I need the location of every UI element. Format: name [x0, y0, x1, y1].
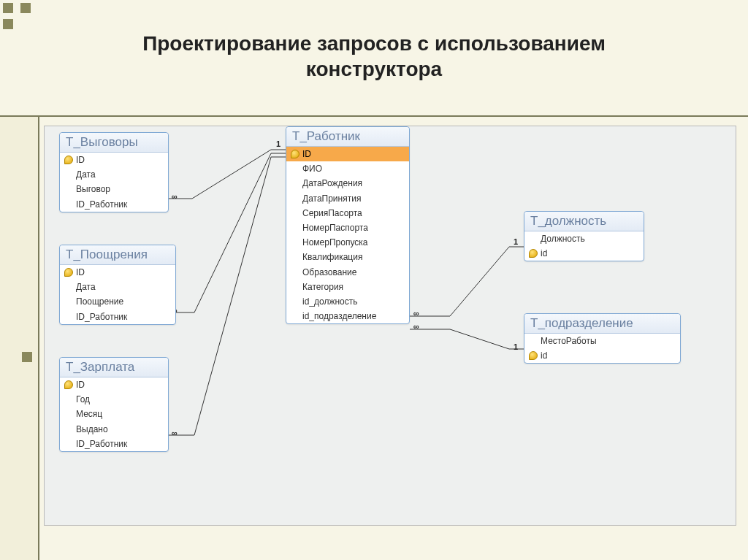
table-title-zarplata: Т_Зарплата	[60, 358, 168, 377]
table-title-pooshreniya: Т_Поощрения	[60, 245, 175, 265]
side-square	[22, 352, 32, 362]
table-row[interactable]: Квалификация	[286, 250, 409, 264]
corner-square-2	[20, 3, 31, 13]
table-vygovory[interactable]: Т_Выговоры ID Дата Выговор ID_Работник	[59, 132, 169, 212]
table-row[interactable]: НомерПропуска	[286, 235, 409, 250]
table-row[interactable]: НомерПаспорта	[286, 220, 409, 235]
table-row[interactable]: ID_Работник	[60, 310, 175, 324]
table-row[interactable]: ФИО	[286, 161, 409, 176]
table-pooshreniya[interactable]: Т_Поощрения ID Дата Поощрение ID_Работни…	[59, 245, 176, 325]
table-row[interactable]: Год	[60, 392, 168, 407]
title-line-2: конструктора	[306, 58, 442, 80]
title-line-1: Проектирование запросов с использованием	[142, 32, 606, 55]
cardinality-many-1: ∞	[172, 192, 178, 201]
query-designer-canvas[interactable]: ∞ ∞ ∞ 1 ∞ ∞ 1 1 Т_Выговоры ID Дата Выгов…	[44, 126, 736, 526]
corner-square-3	[3, 19, 13, 29]
table-row[interactable]: Выговор	[60, 182, 168, 196]
table-row[interactable]: id_должность	[286, 294, 409, 309]
table-podrazdelenie[interactable]: Т_подразделение МестоРаботы id	[524, 313, 681, 364]
table-row[interactable]: ID_Работник	[60, 197, 168, 212]
slide-left-rule	[0, 117, 39, 560]
table-row[interactable]: МестоРаботы	[524, 334, 680, 348]
corner-square-1	[3, 3, 13, 13]
table-row[interactable]: ДатаПринятия	[286, 191, 409, 206]
table-row[interactable]: Выдано	[60, 422, 168, 437]
table-row[interactable]: Должность	[524, 231, 644, 246]
table-rabotnik[interactable]: Т_Работник ID ФИО ДатаРождения ДатаПриня…	[286, 126, 410, 324]
table-row[interactable]: ID	[286, 147, 409, 161]
table-row[interactable]: Категория	[286, 280, 409, 294]
table-dolzhnost[interactable]: Т_должность Должность id	[524, 211, 644, 261]
cardinality-many-3: ∞	[172, 429, 178, 437]
table-zarplata[interactable]: Т_Зарплата ID Год Месяц Выдано ID_Работн…	[59, 357, 169, 452]
cardinality-many-5: ∞	[413, 322, 419, 331]
table-row[interactable]: Поощрение	[60, 294, 175, 309]
cardinality-one-1: 1	[276, 139, 280, 148]
table-title-podrazdelenie: Т_подразделение	[524, 314, 680, 334]
table-row[interactable]: Дата	[60, 167, 168, 182]
table-row[interactable]: id	[524, 348, 680, 363]
table-row[interactable]: id	[524, 246, 644, 261]
table-row[interactable]: СерияПасорта	[286, 206, 409, 220]
slide-title: Проектирование запросов с использованием…	[0, 31, 748, 82]
table-title-dolzhnost: Т_должность	[524, 212, 644, 231]
cardinality-one-2: 1	[514, 237, 518, 246]
table-row[interactable]: ID_Работник	[60, 437, 168, 451]
table-row[interactable]: id_подразделение	[286, 309, 409, 323]
table-title-rabotnik: Т_Работник	[286, 127, 409, 147]
table-row[interactable]: ID	[60, 265, 175, 280]
cardinality-many-4: ∞	[413, 309, 419, 318]
table-row[interactable]: ID	[60, 153, 168, 167]
table-row[interactable]: Дата	[60, 280, 175, 294]
table-title-vygovory: Т_Выговоры	[60, 133, 168, 153]
table-row[interactable]: Месяц	[60, 407, 168, 421]
table-row[interactable]: ДатаРождения	[286, 176, 409, 191]
cardinality-one-3: 1	[514, 342, 518, 351]
table-row[interactable]: Образование	[286, 265, 409, 280]
table-row[interactable]: ID	[60, 377, 168, 392]
